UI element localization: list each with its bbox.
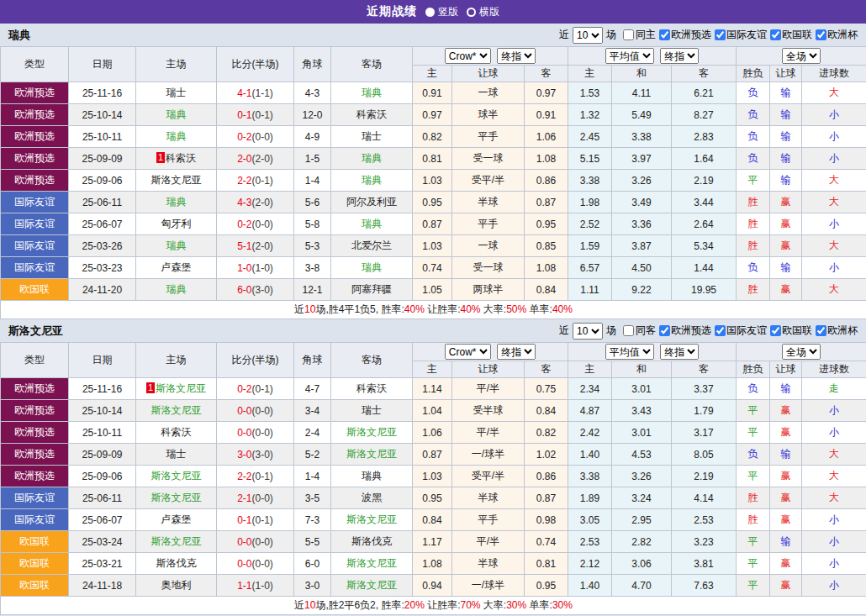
cell-crow-away: 1.06: [525, 126, 568, 148]
cell-goals: 大: [802, 235, 866, 257]
cell-corner: 4-9: [294, 126, 331, 148]
final-index-select-1[interactable]: 终指: [497, 344, 536, 360]
scope-select[interactable]: 全场: [782, 344, 821, 360]
full-score: 1-0: [237, 262, 251, 274]
cell-away-team: 瑞士: [331, 400, 413, 422]
competition-checkbox[interactable]: [816, 29, 826, 40]
cell-date: 25-09-09: [69, 444, 136, 466]
layout-horizontal-option[interactable]: 横版: [467, 5, 499, 19]
final-index-select-2[interactable]: 终指: [660, 48, 699, 64]
col-handicap: 让球: [452, 66, 525, 82]
average-select-group: 平均值 终指: [568, 343, 737, 361]
table-row: 欧洲预选25-11-16瑞士4-1(1-1)4-3瑞典0.91一球0.971.5…: [1, 82, 866, 104]
same-side-checkbox[interactable]: [623, 29, 634, 40]
cell-away-team: 瑞典: [331, 257, 413, 279]
cell-date: 25-06-11: [69, 192, 136, 213]
cell-handicap: 受一球: [452, 148, 525, 170]
cell-handicap-result: 赢: [770, 235, 802, 257]
same-side-label: 同主: [636, 28, 656, 42]
cell-score: 0-2(0-0): [217, 126, 294, 148]
cell-corner: 5-3: [294, 235, 331, 257]
cell-result: 平: [737, 400, 770, 422]
odds-source-select[interactable]: Crow*: [445, 344, 491, 360]
cell-avg-home: 1.53: [568, 82, 612, 104]
cell-date: 25-03-24: [69, 531, 136, 553]
competition-checkbox[interactable]: [770, 325, 781, 336]
cell-date: 24-11-18: [69, 575, 136, 597]
cell-handicap-result: 输: [770, 104, 802, 126]
cell-corner: 1-4: [294, 466, 331, 487]
cell-type: 欧国联: [1, 531, 69, 553]
final-index-select-1[interactable]: 终指: [497, 48, 536, 64]
cell-corner: 4-7: [294, 378, 331, 400]
cell-crow-home: 0.94: [413, 575, 452, 597]
cell-avg-away: 3.81: [672, 553, 737, 575]
cell-date: 25-11-16: [69, 82, 136, 104]
half-score: (0-1): [252, 175, 273, 187]
col-handicap-result: 让球: [770, 361, 802, 378]
scope-select[interactable]: 全场: [782, 48, 821, 64]
radio-unselected-icon: [467, 8, 476, 17]
cell-away-team: 斯洛文尼亚: [331, 553, 413, 575]
scope-select-group: 全场: [737, 343, 866, 361]
competition-checkbox[interactable]: [715, 325, 726, 336]
cell-handicap: 受半球: [452, 400, 525, 422]
cell-date: 25-11-16: [69, 378, 136, 400]
cell-home-team: 卢森堡: [136, 257, 217, 279]
col-handicap: 让球: [452, 361, 525, 378]
cell-date: 25-03-21: [69, 553, 136, 575]
same-side-checkbox[interactable]: [623, 325, 634, 336]
competition-checkbox[interactable]: [659, 29, 670, 40]
competition-checkbox[interactable]: [659, 325, 670, 336]
cell-goals: 小: [802, 104, 866, 126]
table-row: 国际友谊25-06-07匈牙利0-2(0-0)5-8瑞典0.87平手0.952.…: [1, 213, 866, 235]
half-score: (3-0): [252, 449, 273, 461]
col-avg-home: 主: [568, 66, 612, 82]
same-side-label: 同客: [636, 324, 656, 338]
cell-date: 25-06-07: [69, 213, 136, 235]
cell-home-team: 奥地利: [136, 575, 217, 597]
cell-crow-home: 1.06: [413, 422, 452, 444]
table-row: 国际友谊25-06-07卢森堡0-1(0-1)7-3斯洛文尼亚0.84平手0.9…: [1, 509, 866, 531]
competition-checkbox[interactable]: [816, 325, 826, 336]
cell-result: 负: [737, 126, 770, 148]
cell-handicap-result: 输: [770, 257, 802, 279]
layout-vertical-option[interactable]: 竖版: [425, 5, 458, 19]
summary-segment: 让胜率:: [425, 599, 461, 611]
section-header: 斯洛文尼亚 近 10 场 同客 欧洲预选国际友谊欧国联欧洲杯: [0, 319, 866, 342]
cell-score: 0-0(0-0): [217, 422, 294, 444]
cell-handicap-result: 赢: [770, 487, 802, 509]
cell-avg-away: 1.64: [672, 148, 737, 170]
cell-date: 25-10-11: [69, 126, 136, 148]
match-count-select[interactable]: 10: [573, 27, 603, 44]
games-label: 场: [606, 324, 616, 338]
cell-result: 平: [737, 466, 770, 487]
table-row: 欧国联25-03-24斯洛文尼亚0-0(0-0)5-5斯洛伐克1.17平/半0.…: [1, 531, 866, 553]
cell-goals: 小: [802, 213, 866, 235]
table-row: 欧洲预选25-10-14瑞典0-1(0-1)12-0科索沃0.97球半0.911…: [1, 104, 866, 126]
cell-corner: 5-2: [294, 444, 331, 466]
summary-segment: 10: [304, 303, 315, 315]
cell-avg-draw: 3.49: [612, 192, 672, 213]
half-score: (1-0): [252, 580, 273, 592]
half-score: (2-0): [252, 240, 273, 252]
odds-source-select[interactable]: Crow*: [445, 48, 491, 64]
competition-checkbox[interactable]: [770, 29, 781, 40]
competition-checkbox[interactable]: [715, 29, 726, 40]
full-score: 0-0: [237, 405, 251, 417]
final-index-select-2[interactable]: 终指: [660, 344, 699, 360]
average-select[interactable]: 平均值: [605, 48, 654, 64]
average-select[interactable]: 平均值: [605, 344, 654, 360]
table-row: 国际友谊25-03-26瑞典5-1(2-0)5-3北爱尔兰1.03一球0.851…: [1, 235, 866, 257]
cell-home-team: 瑞典: [136, 126, 217, 148]
cell-avg-away: 3.23: [672, 531, 737, 553]
cell-goals: 大: [802, 192, 866, 213]
half-score: (0-0): [252, 536, 273, 548]
cell-score: 0-0(0-0): [217, 531, 294, 553]
cell-result: 负: [737, 444, 770, 466]
cell-avg-draw: 3.43: [612, 400, 672, 422]
half-score: (0-0): [252, 492, 273, 504]
scope-select-group: 全场: [737, 47, 866, 66]
match-count-select[interactable]: 10: [573, 323, 603, 340]
results-table: 类型 日期 主场 比分(半场) 角球 客场 Crow* 终指 平均值 终指: [0, 342, 866, 615]
